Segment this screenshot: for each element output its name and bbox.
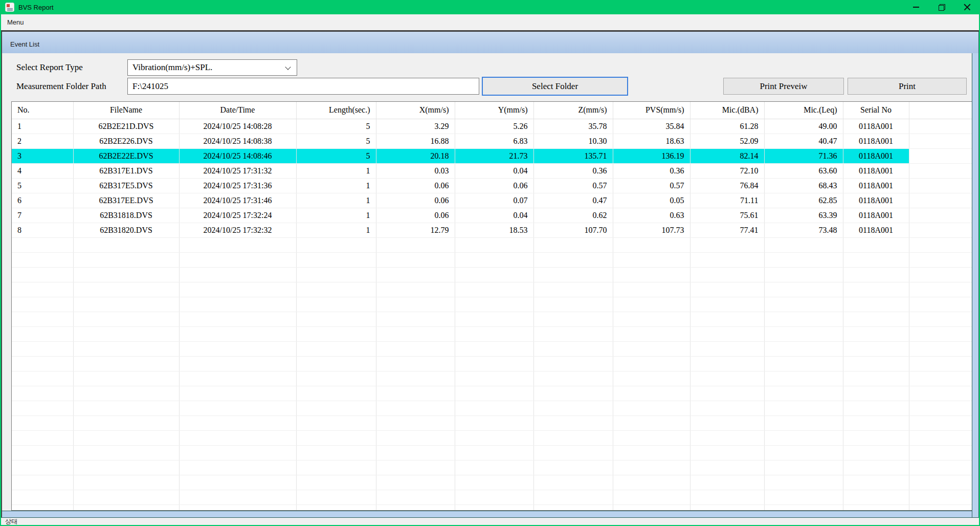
table-cell: 21.73 bbox=[455, 148, 533, 163]
table-cell: 40.47 bbox=[764, 134, 843, 148]
table-cell bbox=[764, 282, 843, 297]
column-header[interactable]: Date/Time bbox=[179, 102, 296, 119]
table-row[interactable]: 262B2E226.DVS2024/10/25 14:08:38516.886.… bbox=[12, 134, 972, 148]
table-row[interactable]: 562B317E5.DVS2024/10/25 17:31:3610.060.0… bbox=[12, 178, 972, 193]
table-row bbox=[12, 445, 972, 460]
table-row[interactable]: 462B317E1.DVS2024/10/25 17:31:3210.030.0… bbox=[12, 163, 972, 178]
table-cell bbox=[376, 460, 455, 475]
table-cell bbox=[12, 505, 73, 511]
table-cell: 0.63 bbox=[613, 208, 690, 223]
table-cell bbox=[533, 430, 613, 445]
column-header[interactable]: PVS(mm/s) bbox=[613, 102, 690, 119]
table-row bbox=[12, 490, 972, 505]
table-cell bbox=[455, 490, 533, 505]
table-cell bbox=[296, 341, 376, 356]
table-cell bbox=[909, 430, 972, 445]
column-header[interactable]: Mic.(dBA) bbox=[690, 102, 764, 119]
minimize-button[interactable] bbox=[903, 0, 929, 14]
table-cell bbox=[179, 326, 296, 341]
table-cell bbox=[12, 267, 73, 282]
table-cell bbox=[179, 356, 296, 371]
table-cell bbox=[455, 356, 533, 371]
table-cell bbox=[179, 460, 296, 475]
table-cell bbox=[455, 341, 533, 356]
table-cell bbox=[376, 341, 455, 356]
table-cell bbox=[455, 445, 533, 460]
table-cell: 71.36 bbox=[764, 148, 843, 163]
table-cell bbox=[12, 386, 73, 401]
table-cell bbox=[455, 237, 533, 252]
report-type-label: Select Report Type bbox=[16, 59, 83, 76]
table-cell bbox=[843, 490, 909, 505]
table-cell bbox=[613, 326, 690, 341]
table-cell bbox=[764, 401, 843, 415]
restore-button[interactable] bbox=[929, 0, 954, 14]
table-row bbox=[12, 326, 972, 341]
print-button[interactable]: Print bbox=[848, 78, 967, 95]
table-cell bbox=[533, 297, 613, 312]
table-cell bbox=[455, 430, 533, 445]
table-cell: 3 bbox=[12, 148, 73, 163]
table-cell bbox=[376, 415, 455, 430]
table-cell bbox=[376, 475, 455, 490]
table-cell bbox=[909, 341, 972, 356]
report-type-combobox[interactable]: Vibration(mm/s)+SPL. bbox=[127, 59, 297, 76]
table-row bbox=[12, 267, 972, 282]
table-cell bbox=[909, 282, 972, 297]
column-header[interactable]: Y(mm/s) bbox=[455, 102, 533, 119]
table-cell: 0.06 bbox=[455, 178, 533, 193]
table-cell bbox=[296, 430, 376, 445]
table-row[interactable]: 762B31818.DVS2024/10/25 17:32:2410.060.0… bbox=[12, 208, 972, 223]
vertical-scrollbar-track bbox=[972, 53, 978, 517]
table-cell bbox=[296, 237, 376, 252]
column-header[interactable]: Z(mm/s) bbox=[533, 102, 613, 119]
table-cell: 4 bbox=[12, 163, 73, 178]
table-cell: 6 bbox=[12, 193, 73, 208]
table-cell bbox=[843, 341, 909, 356]
table-cell bbox=[843, 267, 909, 282]
column-header[interactable]: X(mm/s) bbox=[376, 102, 455, 119]
table-cell bbox=[296, 475, 376, 490]
event-grid: No.FileNameDate/TimeLength(sec.)X(mm/s)Y… bbox=[11, 101, 972, 511]
panel-body: Select Report Type Vibration(mm/s)+SPL. … bbox=[2, 53, 972, 511]
folder-path-input[interactable]: F:\241025 bbox=[127, 78, 479, 95]
table-cell: 0.62 bbox=[533, 208, 613, 223]
close-button[interactable] bbox=[954, 0, 980, 14]
table-row[interactable]: 362B2E22E.DVS2024/10/25 14:08:46520.1821… bbox=[12, 148, 972, 163]
table-cell: 107.70 bbox=[533, 223, 613, 237]
table-row[interactable]: 162B2E21D.DVS2024/10/25 14:08:2853.295.2… bbox=[12, 119, 972, 134]
table-cell bbox=[843, 356, 909, 371]
table-cell bbox=[690, 282, 764, 297]
table-cell bbox=[843, 252, 909, 267]
table-row[interactable]: 862B31820.DVS2024/10/25 17:32:32112.7918… bbox=[12, 223, 972, 237]
table-cell bbox=[455, 460, 533, 475]
column-header[interactable] bbox=[909, 102, 972, 119]
table-cell bbox=[613, 386, 690, 401]
column-header[interactable]: Length(sec.) bbox=[296, 102, 376, 119]
table-cell bbox=[73, 505, 179, 511]
table-cell bbox=[909, 445, 972, 460]
table-cell bbox=[533, 371, 613, 386]
table-cell bbox=[533, 415, 613, 430]
table-row[interactable]: 662B317EE.DVS2024/10/25 17:31:4610.060.0… bbox=[12, 193, 972, 208]
statusbar: 상태 bbox=[1, 518, 979, 525]
column-header[interactable]: No. bbox=[12, 102, 73, 119]
column-header[interactable]: Mic.(Leq) bbox=[764, 102, 843, 119]
menubar: Menu bbox=[1, 14, 979, 30]
table-cell bbox=[764, 430, 843, 445]
table-cell bbox=[73, 267, 179, 282]
print-preview-button[interactable]: Print Preveiw bbox=[723, 78, 844, 95]
table-cell bbox=[764, 386, 843, 401]
table-cell: 12.79 bbox=[376, 223, 455, 237]
column-header[interactable]: Serial No bbox=[843, 102, 909, 119]
table-cell bbox=[690, 312, 764, 326]
table-cell bbox=[613, 282, 690, 297]
table-cell: 0118A001 bbox=[843, 223, 909, 237]
select-folder-button[interactable]: Select Folder bbox=[482, 77, 628, 96]
table-cell: 68.43 bbox=[764, 178, 843, 193]
column-header[interactable]: FileName bbox=[73, 102, 179, 119]
table-cell: 1 bbox=[296, 223, 376, 237]
table-cell bbox=[73, 430, 179, 445]
table-cell bbox=[296, 282, 376, 297]
menu-item-menu[interactable]: Menu bbox=[1, 14, 30, 30]
